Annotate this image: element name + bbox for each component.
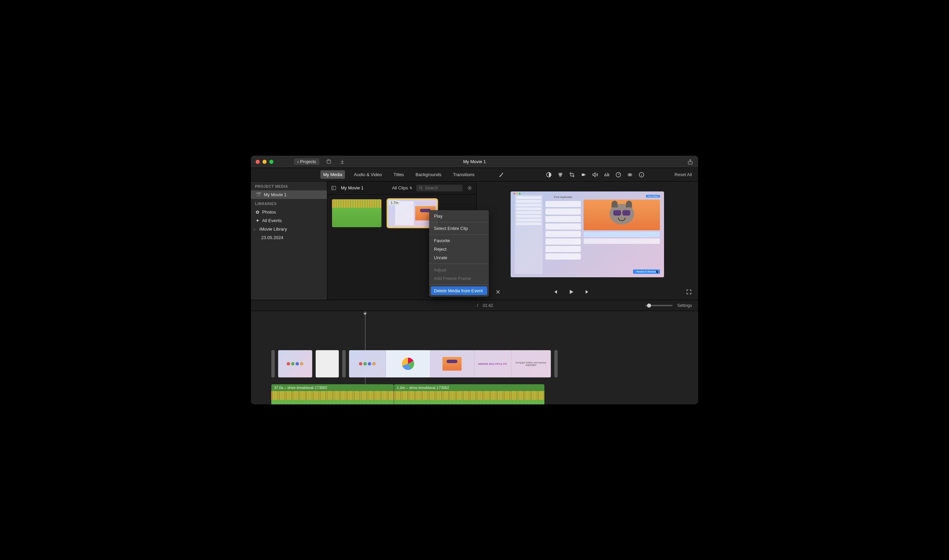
context-menu: Play Select Entire Clip Favorite Reject … — [429, 210, 489, 297]
svg-rect-6 — [582, 173, 585, 176]
share-icon[interactable] — [687, 159, 693, 165]
app-window: ‹ Projects My Movie 1 My Media Audio & V… — [251, 156, 698, 404]
back-to-projects-button[interactable]: ‹ Projects — [294, 158, 319, 165]
import-icon[interactable] — [326, 159, 332, 165]
settings-button[interactable]: Settings — [677, 303, 692, 308]
prev-icon[interactable] — [552, 289, 558, 295]
fullscreen-icon[interactable] — [686, 289, 692, 295]
search-input[interactable] — [425, 186, 460, 191]
preview-frame: Find duplicates Auto Select — [511, 191, 664, 277]
download-icon[interactable] — [339, 159, 345, 165]
ctx-adjust: Adjust — [429, 266, 489, 274]
audio-label-2: 1.0m – drive-breakbeat-173062 — [397, 386, 449, 390]
ctx-delete-media[interactable]: Delete Media from Event — [431, 286, 487, 295]
crop-icon[interactable] — [569, 172, 575, 178]
ctx-unrate[interactable]: Unrate — [429, 254, 489, 262]
svg-point-9 — [629, 173, 632, 176]
stabilize-icon[interactable] — [580, 172, 586, 178]
all-events-label: All Events — [262, 218, 282, 223]
ctx-select-entire[interactable]: Select Entire Clip — [429, 224, 489, 233]
gear-icon[interactable] — [467, 185, 473, 191]
equalizer-icon[interactable] — [604, 172, 610, 178]
minimize-window[interactable] — [262, 160, 267, 164]
audio-label-1: 37.0s – drive-breakbeat-173062 — [274, 386, 327, 390]
back-label: Projects — [300, 159, 316, 164]
photos-label: Photos — [262, 209, 276, 215]
viewer-tools-left — [498, 172, 504, 178]
media-tabs: My Media Audio & Video Titles Background… — [320, 170, 477, 179]
viewer-canvas: Find duplicates Auto Select — [477, 182, 698, 287]
color-balance-icon[interactable] — [546, 172, 552, 178]
ctx-freeze: Add Freeze Frame — [429, 274, 489, 283]
sidebar-toggle-icon[interactable] — [331, 185, 337, 191]
compare-frame: Compare folders and remove duplicates — [511, 350, 551, 377]
search-icon — [419, 186, 423, 190]
play-icon[interactable] — [568, 289, 574, 295]
viewer: Find duplicates Auto Select — [477, 182, 698, 300]
close-window[interactable] — [256, 160, 260, 164]
updown-icon: ⇅ — [409, 186, 412, 190]
ctx-favorite[interactable]: Favorite — [429, 236, 489, 245]
autoselect-badge: Auto Select — [646, 195, 660, 198]
ctx-reject[interactable]: Reject — [429, 245, 489, 254]
svg-rect-11 — [332, 186, 336, 190]
zoom-slider[interactable] — [645, 305, 673, 306]
color-correct-icon[interactable] — [557, 172, 563, 178]
browser-body: 1.7m Play Select Entire Clip Favorite Re… — [327, 194, 476, 300]
timeline-clip-2[interactable] — [316, 350, 339, 377]
audio-clip-2[interactable]: 1.0m – drive-breakbeat-173062 — [394, 384, 545, 404]
audio-clip-1[interactable]: 37.0s – drive-breakbeat-173062 — [272, 384, 394, 404]
clip-handle[interactable] — [272, 350, 275, 377]
filter-icon[interactable] — [627, 172, 633, 178]
zoom-window[interactable] — [269, 160, 273, 164]
sidebar-item-project[interactable]: 🎬 My Movie 1 — [251, 191, 327, 199]
tab-audio-video[interactable]: Audio & Video — [351, 170, 384, 179]
next-icon[interactable] — [585, 289, 591, 295]
svg-point-5 — [559, 174, 562, 177]
sidebar-item-library-date[interactable]: 23.05.2024 — [251, 233, 327, 242]
preview-detail: Auto Select — [583, 195, 660, 274]
time-total: 01:42 — [483, 303, 493, 308]
reset-all-button[interactable]: Reset All — [674, 172, 692, 177]
speed-icon[interactable] — [615, 172, 622, 178]
preview-sidebar — [515, 195, 543, 274]
sidebar-item-all-events[interactable]: ✦ All Events — [251, 216, 327, 225]
star-icon: ✦ — [256, 218, 259, 223]
titlebar: ‹ Projects My Movie 1 — [251, 156, 698, 168]
filter-dropdown[interactable]: All Clips ⇅ — [392, 185, 412, 191]
ctx-play[interactable]: Play — [429, 212, 489, 220]
flower-icon: ✿ — [256, 209, 259, 215]
sidebar: PROJECT MEDIA 🎬 My Movie 1 LIBRARIES ✿ P… — [251, 182, 327, 300]
review-button: Review to Remove — [633, 269, 660, 274]
svg-point-12 — [420, 186, 422, 189]
tab-my-media[interactable]: My Media — [320, 170, 345, 179]
clip-handle[interactable] — [342, 350, 346, 377]
audio-track: 37.0s – drive-breakbeat-173062 1.0m – dr… — [272, 384, 545, 404]
audio-clip-1[interactable] — [332, 199, 381, 227]
reject-icon[interactable] — [495, 289, 501, 295]
media-browser: My Movie 1 All Clips ⇅ — [327, 182, 477, 300]
libraries-header: LIBRARIES — [251, 199, 327, 208]
search-box[interactable] — [416, 185, 463, 191]
tab-transitions[interactable]: Transitions — [450, 170, 477, 179]
info-icon[interactable] — [639, 172, 645, 178]
clip-duration-badge: 1.7m — [389, 201, 400, 205]
project-label: My Movie 1 — [264, 192, 286, 197]
tab-backgrounds[interactable]: Backgrounds — [413, 170, 444, 179]
sidebar-item-photos[interactable]: ✿ Photos — [251, 208, 327, 216]
timeline-clip-3[interactable]: MERGE MULTIPLE FO Compare folders and re… — [349, 350, 551, 377]
preview-title: Find duplicates — [545, 195, 581, 200]
time-sep: / — [477, 303, 478, 308]
sidebar-item-imovie-library[interactable]: iMovie Library — [251, 225, 327, 233]
volume-icon[interactable] — [592, 172, 598, 178]
timecode-bar: / 01:42 Settings — [251, 300, 698, 311]
mid-section: PROJECT MEDIA 🎬 My Movie 1 LIBRARIES ✿ P… — [251, 182, 698, 300]
filter-label: All Clips — [392, 185, 408, 191]
tab-titles[interactable]: Titles — [391, 170, 407, 179]
magic-wand-icon[interactable] — [498, 172, 504, 178]
chevron-left-icon: ‹ — [297, 159, 299, 164]
clip-handle[interactable] — [554, 350, 558, 377]
timeline[interactable]: MERGE MULTIPLE FO Compare folders and re… — [251, 311, 698, 404]
timeline-clip-1[interactable] — [278, 350, 312, 377]
library-label: iMovie Library — [259, 226, 287, 232]
